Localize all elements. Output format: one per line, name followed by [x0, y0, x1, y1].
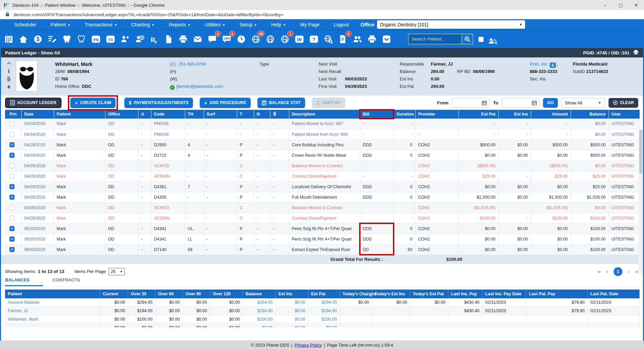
balances-patient-link[interactable]: WhiteHart, Mark: [5, 315, 100, 324]
ledger-row[interactable]: ✓05/20/2023MarkOD-D4341LL-P--Perio Sclg …: [5, 234, 640, 244]
add-procedure-button[interactable]: + ADD PROCEDURE: [200, 98, 251, 108]
column-header-est-ins[interactable]: Est Ins: [498, 110, 531, 119]
nav-item-charting[interactable]: Charting▼: [124, 22, 162, 27]
payments-adjustments-button[interactable]: $ PAYMENTS/ADJUSTMENTS: [124, 98, 193, 108]
column-header-patient[interactable]: Patient: [54, 110, 105, 119]
ledger-row[interactable]: ✓04/29/2023MarkOD-D29504-P--Core Buildup…: [5, 140, 640, 150]
help-icon[interactable]: ?: [308, 33, 320, 45]
column-header-description[interactable]: Description: [289, 110, 360, 119]
patient-portal-icon[interactable]: 48: [250, 33, 262, 45]
office-select[interactable]: Organic Dentistry [101] ▼: [377, 20, 525, 29]
progress-notes-icon[interactable]: PN: [90, 33, 102, 45]
prim-ins-link[interactable]: Prim. Ins: [530, 61, 547, 67]
column-header-t[interactable]: T: [237, 110, 254, 119]
to-date-input[interactable]: [502, 98, 540, 108]
first-page-button[interactable]: «: [598, 268, 601, 275]
column-header-surf[interactable]: Surf: [204, 110, 237, 119]
maximize-button[interactable]: ▢: [613, 0, 628, 10]
perio-chart-icon[interactable]: [76, 33, 87, 45]
balances-patient-link[interactable]: Farmer, JJ: [5, 307, 100, 315]
balances-patient-link[interactable]: Account Balance: [5, 298, 100, 307]
ledger-row[interactable]: 04/24/2023MarkOD-PMOVE-----Patient Moved…: [5, 119, 640, 129]
referral-globe-icon[interactable]: [265, 33, 276, 45]
table-scrollbar[interactable]: [639, 129, 643, 274]
scrollbar-thumb[interactable]: [639, 130, 642, 174]
print-page-icon[interactable]: [633, 49, 639, 56]
ledger-row[interactable]: 04/29/2023MarkOD-ACDWN--C--Contract Down…: [5, 213, 640, 223]
column-header-provider[interactable]: Provider: [415, 110, 459, 119]
column-header-code[interactable]: Code: [151, 110, 185, 119]
row-print-checkbox[interactable]: ✓: [9, 236, 15, 242]
nav-item-transactions[interactable]: Transactions▼: [77, 22, 124, 27]
rx-icon[interactable]: Rx: [148, 33, 160, 45]
mail-icon[interactable]: [192, 33, 203, 45]
attachment-column-paperclip-icon[interactable]: [270, 110, 289, 119]
batch-print-icon[interactable]: [366, 33, 378, 45]
row-print-checkbox[interactable]: ✓: [9, 142, 15, 147]
ledger-row[interactable]: ✓04/29/2023MarkOD-D4355--P--Full Mouth D…: [5, 192, 640, 202]
row-print-checkbox[interactable]: ✓: [9, 184, 15, 189]
row-print-checkbox[interactable]: ✓: [9, 247, 15, 252]
claims-icon[interactable]: 0: [337, 33, 349, 45]
patient-search-input[interactable]: [408, 34, 462, 44]
row-print-checkbox[interactable]: ✓: [9, 226, 15, 231]
go-button[interactable]: GO: [543, 98, 558, 108]
row-print-checkbox[interactable]: [9, 174, 15, 179]
row-print-checkbox[interactable]: [9, 121, 15, 126]
minimize-button[interactable]: –: [597, 0, 613, 10]
filter-select[interactable]: Show All ▼: [561, 98, 605, 108]
ledger-row[interactable]: ✓06/03/2023MarkOD-D714058-P--Extract Erp…: [5, 244, 640, 255]
treatment-plan-icon[interactable]: TX: [105, 33, 116, 45]
advanced-patient-search-icon[interactable]: [487, 35, 498, 47]
w-tooth-icon[interactable]: W: [294, 33, 305, 45]
nav-item-logout[interactable]: Logout: [327, 22, 356, 27]
time-clock-icon[interactable]: [236, 33, 247, 45]
next-page-button[interactable]: ›: [628, 268, 630, 275]
nav-item-setup[interactable]: Setup▼: [232, 22, 264, 27]
nav-item-reports[interactable]: Reports▼: [162, 22, 198, 27]
tab-contracts[interactable]: CONTRACTS: [52, 277, 80, 285]
add-patient-icon[interactable]: [119, 33, 131, 45]
chart-edit-icon[interactable]: [47, 33, 58, 45]
row-print-checkbox[interactable]: ✓: [9, 195, 15, 200]
column-header-th[interactable]: TH: [185, 110, 204, 119]
paperclip-icon[interactable]: [5, 75, 12, 83]
nav-item-help[interactable]: Help▼: [264, 22, 293, 27]
info-icon[interactable]: i: [5, 67, 12, 75]
ledger-row[interactable]: ✓04/29/2023MarkOD-D43817-P--Localized De…: [5, 181, 640, 192]
payments-icon[interactable]: $: [32, 33, 44, 45]
column-header-duration[interactable]: Duration: [394, 110, 415, 119]
document-icon[interactable]: [163, 33, 174, 45]
ledger-row[interactable]: 04/29/2023MarkOD-ACMVD--C--Balance Moved…: [5, 160, 640, 171]
column-header-est-pat[interactable]: Est Pat: [459, 110, 498, 119]
items-per-page-select[interactable]: 25 ▼: [108, 268, 125, 275]
ledger-row[interactable]: ✓05/20/2023MarkOD-D4341UL-P--Perio Sclg …: [5, 223, 640, 234]
sort-by-button[interactable]: SORT BY: [312, 98, 345, 108]
column-header-date[interactable]: Date: [21, 110, 54, 119]
column-header-n[interactable]: N: [254, 110, 270, 119]
online-requests-icon[interactable]: 1: [279, 33, 291, 45]
scheduler-icon[interactable]: [3, 33, 15, 45]
inbox-icon[interactable]: [381, 33, 392, 45]
last-page-button[interactable]: »: [635, 268, 638, 275]
nav-item-scheduler[interactable]: Scheduler: [7, 22, 43, 27]
cell-phone-link[interactable]: 251-689-0709: [178, 61, 206, 67]
sms-icon[interactable]: SMS0: [221, 33, 232, 45]
privacy-policy-link[interactable]: Privacy Policy: [294, 343, 322, 348]
column-header-user[interactable]: User: [609, 110, 640, 119]
printer-icon[interactable]: [177, 33, 189, 45]
close-button[interactable]: ✕: [628, 0, 644, 10]
web-search-icon[interactable]: [323, 33, 334, 45]
column-header-balance[interactable]: Balance: [571, 110, 609, 119]
nav-item-patient[interactable]: Patient▼: [43, 22, 77, 27]
column-header-office[interactable]: Office: [105, 110, 138, 119]
patient-photo[interactable]: [16, 60, 38, 92]
tab-balances[interactable]: BALANCES: [5, 277, 43, 286]
account-ledger-button[interactable]: ACCOUNT LEDGER: [5, 98, 61, 108]
column-header-amount[interactable]: Amount: [531, 110, 571, 119]
create-claim-button[interactable]: + CREATE CLAIM: [70, 98, 116, 108]
chat-icon[interactable]: 0: [206, 33, 218, 45]
add-appointment-icon[interactable]: [134, 33, 145, 45]
collapse-chevron-icon[interactable]: [5, 59, 12, 67]
ledger-row[interactable]: 04/29/2023MarkOD-ACDWN--C--Contract Down…: [5, 171, 640, 181]
